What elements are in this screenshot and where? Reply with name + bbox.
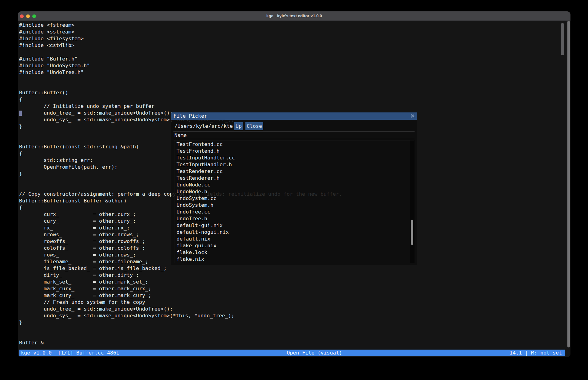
file-list-item[interactable]: TestFrontend.cc [174, 141, 414, 148]
file-list-scrollbar-thumb[interactable] [411, 220, 413, 245]
file-list-item[interactable]: TestRenderer.cc [174, 168, 414, 175]
status-mode: Open File (visual) [119, 350, 510, 356]
code-line: #include <sstream> [19, 29, 561, 35]
file-list-item[interactable]: UndoSystem.h [174, 202, 414, 209]
file-list-item[interactable]: TestRenderer.h [174, 175, 414, 182]
close-icon[interactable] [411, 114, 415, 118]
file-picker-dialog: File Picker /Users/kyle/src/kte Up Close… [171, 112, 417, 265]
code-line: // Initialize undo system per buffer [19, 103, 561, 110]
file-list-item[interactable]: TestInputHandler.h [174, 161, 414, 168]
code-line: undo_sys_ = std::make_unique<UndoSystem>… [19, 312, 561, 319]
code-line [19, 326, 561, 333]
code-line [19, 333, 561, 339]
file-list-item[interactable]: UndoTree.cc [174, 209, 414, 215]
code-line [19, 49, 561, 56]
code-line: #include "UndoTree.h" [19, 69, 561, 76]
file-list-item[interactable]: flake-gui.nix [174, 242, 414, 249]
code-line: #include "Buffer.h" [19, 56, 561, 62]
code-line: dirty_ = other.dirty_; [19, 272, 561, 279]
status-cursor-position: 14,1 | M: not set [510, 350, 565, 356]
code-line: mark_cury_ = other.mark_cury_; [19, 292, 561, 299]
file-list-scrollbar-track[interactable] [410, 140, 414, 263]
code-line: undo_tree_ = std::make_unique<UndoTree>(… [19, 306, 561, 312]
file-picker-body: /Users/kyle/src/kte Up Close Name TestFr… [171, 120, 417, 265]
file-list-item[interactable]: UndoNode.h [174, 188, 414, 195]
file-list-item[interactable]: default-gui.nix [174, 222, 414, 229]
file-list-item[interactable]: flake.nix [174, 256, 414, 263]
window-scrollbar-thumb[interactable] [567, 21, 570, 347]
separator [173, 131, 415, 132]
column-header-name: Name [174, 132, 187, 139]
code-line: mark_set_ = other.mark_set_; [19, 279, 561, 285]
file-picker-title: File Picker [173, 113, 207, 119]
file-list-item[interactable]: default-nogui.nix [174, 229, 414, 236]
code-line: Buffer & [19, 339, 561, 346]
file-list-item[interactable]: TestFrontend.h [174, 148, 414, 155]
file-list-item[interactable]: UndoTree.h [174, 215, 414, 222]
close-button[interactable]: Close [245, 122, 263, 130]
window-title: kge - kyle's text editor v1.0.0 [18, 11, 570, 21]
code-line: { [19, 96, 561, 103]
file-list-item[interactable]: flake.lock [174, 249, 414, 256]
file-list-item[interactable]: UndoNode.cc [174, 182, 414, 188]
file-list[interactable]: TestFrontend.ccTestFrontend.hTestInputHa… [174, 140, 414, 263]
code-line: #include "UndoSystem.h" [19, 62, 561, 69]
code-line [19, 76, 561, 83]
code-line: is_file_backed_ = other.is_file_backed_; [19, 265, 561, 272]
file-list-item[interactable]: default.nix [174, 236, 414, 242]
code-line: #include <fstream> [19, 22, 561, 29]
code-line: Buffer::Buffer() [19, 89, 561, 96]
window-titlebar[interactable]: kge - kyle's text editor v1.0.0 [18, 11, 570, 21]
up-button[interactable]: Up [234, 122, 243, 130]
text-cursor [19, 111, 22, 116]
code-line: #include <filesystem> [19, 35, 561, 42]
status-left: kge v1.0.0 [1/1] Buffer.cc 486L [19, 350, 119, 356]
file-picker-titlebar[interactable]: File Picker [171, 112, 417, 120]
code-line: // Fresh undo system for the copy [19, 299, 561, 306]
file-list-item[interactable]: UndoSystem.cc [174, 195, 414, 202]
file-list-item[interactable]: TestInputHandler.cc [174, 155, 414, 161]
status-bar: kge v1.0.0 [1/1] Buffer.cc 486L Open Fil… [19, 350, 565, 356]
code-line [19, 83, 561, 89]
code-line: } [19, 319, 561, 326]
code-line: mark_curx_ = other.mark_curx_; [19, 285, 561, 292]
separator [173, 139, 415, 139]
code-line: #include <cstdlib> [19, 42, 561, 49]
editor-scrollbar-thumb[interactable] [561, 23, 564, 55]
current-path: /Users/kyle/src/kte [174, 122, 233, 130]
